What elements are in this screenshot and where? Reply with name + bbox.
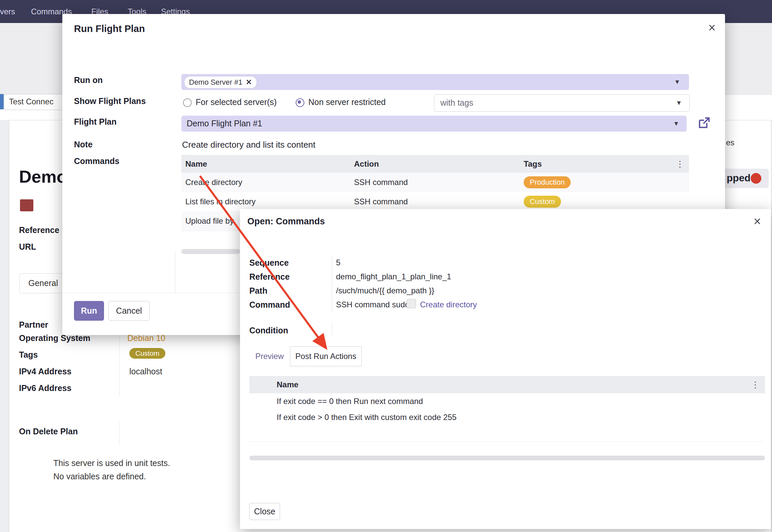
cell-name: If exit code == 0 then Run next command [277, 397, 423, 406]
table-row[interactable]: Create directory SSH command Production [181, 173, 689, 192]
ipv6-label: IPv6 Address [19, 383, 71, 393]
col-tags[interactable]: Tags [524, 159, 542, 169]
col-name[interactable]: Name [185, 159, 207, 169]
command-label: Command [249, 300, 290, 310]
partner-label: Partner [19, 320, 48, 330]
condition-divider [332, 323, 332, 337]
run-on-field[interactable]: Demo Server #1 ✕ ▼ [181, 74, 689, 90]
screen: vers Commands Files Tools Settings Test … [0, 0, 772, 532]
note-label: Note [74, 140, 93, 149]
horizontal-scrollbar[interactable] [181, 249, 240, 254]
flight-plan-select[interactable]: Demo Flight Plan #1 ▼ [181, 116, 687, 132]
col-name[interactable]: Name [277, 380, 298, 389]
run-modal-close-icon[interactable]: × [708, 21, 716, 34]
label-value-divider [332, 256, 332, 313]
ipv4-label: IPv4 Address [19, 367, 71, 376]
url-label: URL [19, 242, 36, 252]
tag-badge: Custom [524, 196, 561, 208]
run-button[interactable]: Run [74, 301, 104, 321]
table-options-icon[interactable]: ⋮ [676, 159, 684, 169]
radio-for-selected-servers-label: For selected server(s) [196, 97, 277, 107]
cell-action: SSH command [354, 197, 408, 206]
create-directory-link[interactable]: Create directory [420, 300, 477, 309]
partial-primary-button[interactable] [0, 94, 4, 109]
cell-name: Create directory [185, 178, 242, 187]
actions-table-header: Name ⋮ [249, 376, 765, 394]
open-commands-modal: Open: Commands × Sequence Reference Path… [240, 209, 771, 529]
divider-line [175, 253, 175, 293]
command-checkbox[interactable] [407, 299, 416, 308]
open-modal-close-icon[interactable]: × [754, 215, 761, 228]
open-modal-title: Open: Commands [247, 216, 325, 227]
cell-name: If exit code > 0 then Exit with custom e… [277, 413, 457, 422]
run-on-label: Run on [74, 75, 103, 85]
with-tags-dropdown[interactable]: with tags ▼ [434, 94, 690, 112]
chevron-down-icon: ▼ [674, 78, 680, 86]
reference-value: demo_flight_plan_1_plan_line_1 [336, 272, 451, 281]
reference-label: Reference [19, 225, 59, 235]
table-row[interactable]: If exit code > 0 then Exit with custom e… [249, 409, 765, 426]
with-tags-dropdown-value: with tags [440, 98, 473, 108]
cell-name: Upload file by [185, 216, 234, 226]
tab-post-run-actions[interactable]: Post Run Actions [290, 346, 362, 366]
sequence-label: Sequence [249, 258, 289, 268]
server-chip[interactable]: Demo Server #1 ✕ [184, 76, 257, 89]
chevron-down-icon: ▼ [676, 99, 682, 107]
tab-preview[interactable]: Preview [255, 352, 284, 361]
condition-label: Condition [249, 326, 288, 335]
color-swatch [20, 199, 33, 211]
chip-remove-icon[interactable]: ✕ [246, 78, 252, 87]
unit-test-note: This server is used in unit tests. [53, 458, 170, 468]
command-value: SSH command sudo [336, 300, 409, 309]
chevron-down-icon: ▼ [673, 120, 679, 127]
status-partial-label: pped [727, 172, 751, 184]
radio-non-server-restricted[interactable] [296, 98, 304, 107]
commands-label: Commands [74, 156, 119, 166]
cell-action: SSH command [354, 178, 408, 187]
close-button[interactable]: Close [249, 503, 280, 520]
tag-badge: Production [524, 176, 571, 188]
radio-for-selected-servers[interactable] [183, 98, 192, 107]
test-connection-button[interactable]: Test Connec [4, 94, 69, 110]
cell-name: List files in directory [185, 197, 256, 206]
table-options-icon[interactable]: ⋮ [751, 380, 760, 390]
show-flight-plans-label: Show Flight Plans [74, 96, 146, 106]
note-value: Create directory and list its content [182, 140, 315, 150]
no-variables-note: No variables are defined. [53, 472, 146, 481]
horizontal-scrollbar[interactable] [249, 456, 765, 460]
server-chip-label: Demo Server #1 [189, 78, 242, 87]
radio-non-server-restricted-label: Non server restricted [308, 97, 386, 107]
tags-label: Tags [19, 350, 38, 360]
tags-badge: Custom [129, 348, 165, 359]
reference-label: Reference [249, 272, 290, 282]
partial-right-text: es [726, 138, 734, 147]
nav-item-servers[interactable]: vers [0, 0, 15, 23]
flight-plan-label: Flight Plan [74, 117, 117, 127]
table-row[interactable]: If exit code == 0 then Run next command [249, 393, 765, 410]
external-link-icon[interactable] [697, 116, 711, 130]
status-red-dot [751, 173, 761, 184]
col-action[interactable]: Action [354, 159, 379, 169]
sequence-value: 5 [336, 258, 340, 267]
commands-table-header: Name Action Tags ⋮ [181, 155, 689, 173]
on-delete-plan-label: On Delete Plan [19, 427, 78, 436]
path-value: /such/much/{{ demo_path }} [336, 286, 434, 295]
cancel-button[interactable]: Cancel [108, 301, 150, 321]
flight-plan-select-value: Demo Flight Plan #1 [187, 119, 262, 128]
table-row-empty [249, 425, 765, 442]
field-divider-line-2 [119, 422, 120, 445]
server-heading: Demo [19, 167, 67, 187]
path-label: Path [249, 286, 267, 296]
ipv4-value: localhost [129, 367, 162, 376]
run-modal-title: Run Flight Plan [74, 23, 145, 34]
